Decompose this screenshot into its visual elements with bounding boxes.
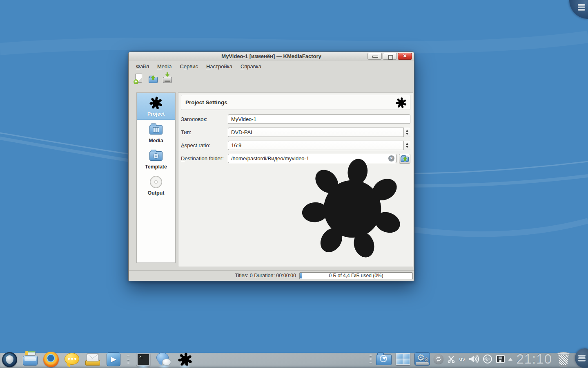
konsole-icon[interactable]: >_ xyxy=(136,352,151,367)
panel-header-title: Project Settings xyxy=(181,99,227,105)
pager-icon[interactable] xyxy=(395,351,411,367)
firefox-icon[interactable] xyxy=(43,352,59,367)
clear-text-icon[interactable]: ✕ xyxy=(388,155,394,162)
progress-text: 0 Б of 4,4 ГиБ used (0%) xyxy=(300,273,412,279)
system-settings-icon[interactable]: ⚙⚙ xyxy=(414,351,430,367)
browse-arrow-icon xyxy=(403,155,407,159)
browse-folder-button[interactable] xyxy=(399,154,410,164)
menu-media[interactable]: Media xyxy=(153,62,176,71)
aspect-ratio-label: Aspect ratio: xyxy=(181,142,228,148)
desktop: MyVideo-1 [изменён] — KMediaFactory Файл… xyxy=(0,0,588,368)
media-player-icon[interactable]: ▶ xyxy=(106,352,121,367)
menu-file[interactable]: Файл xyxy=(132,62,153,71)
title-input[interactable] xyxy=(228,114,410,124)
klipper-scissors-icon[interactable] xyxy=(447,355,455,363)
taskbar-panel: ▶ >_ ⚙⚙ xyxy=(0,353,588,368)
sidebar-item-project[interactable]: Project xyxy=(137,93,175,120)
new-project-button[interactable] xyxy=(134,73,144,84)
titles-duration-status: Titles: 0 Duration: 00:00:00 xyxy=(235,273,296,278)
menu-service[interactable]: Сервис xyxy=(176,62,202,71)
device-notifier-icon[interactable] xyxy=(496,355,505,363)
panel-separator xyxy=(127,355,130,364)
kmail-icon[interactable] xyxy=(85,352,100,367)
type-spinner[interactable] xyxy=(403,128,410,137)
panel-separator-right xyxy=(369,355,372,364)
kmediafactory-task-icon[interactable] xyxy=(177,352,193,367)
trash-icon[interactable] xyxy=(556,352,571,367)
digital-clock[interactable]: 21:10 xyxy=(516,351,552,367)
project-sun-icon xyxy=(137,96,175,110)
toolbar xyxy=(129,72,414,86)
plus-badge-icon xyxy=(134,79,138,84)
minimize-button[interactable] xyxy=(368,53,382,60)
project-settings-panel: Project Settings Заголовок: Тип: DVD-PAL xyxy=(178,92,413,267)
save-project-button[interactable] xyxy=(162,73,173,84)
tray-expand-arrow-icon[interactable] xyxy=(508,356,512,361)
volume-icon[interactable] xyxy=(468,355,479,364)
sidebar-item-template[interactable]: Template xyxy=(137,146,175,172)
window-titlebar[interactable]: MyVideo-1 [изменён] — KMediaFactory xyxy=(129,52,414,61)
aspect-ratio-combobox[interactable]: 16:9 xyxy=(228,141,410,150)
menu-help[interactable]: Справка xyxy=(236,62,265,71)
media-folder-icon xyxy=(137,123,175,137)
arrow-down-icon xyxy=(165,74,169,79)
statusbar: Titles: 0 Duration: 00:00:00 0 Б of 4,4 … xyxy=(129,270,414,280)
kmediafactory-window: MyVideo-1 [изменён] — KMediaFactory Файл… xyxy=(128,52,414,281)
template-folder-icon xyxy=(137,149,175,163)
type-combobox[interactable]: DVD-PAL xyxy=(228,128,410,137)
destination-folder-label: Destination folder: xyxy=(181,155,228,162)
panel-header: Project Settings xyxy=(181,95,410,110)
taskbar-launchers: ▶ >_ xyxy=(2,352,193,367)
kmediafactory-watermark-logo xyxy=(301,157,404,260)
file-manager-icon[interactable] xyxy=(22,352,38,367)
project-form: Заголовок: Тип: DVD-PAL Aspect ratio: 1 xyxy=(178,110,413,163)
panel-toolbox-top-icon[interactable] xyxy=(569,0,588,19)
title-label: Заголовок: xyxy=(181,116,228,122)
sidebar-item-media[interactable]: Media xyxy=(137,120,175,146)
toolbox-bars-icon xyxy=(578,354,586,362)
downloads-folder-icon[interactable] xyxy=(376,351,392,367)
keyboard-layout-indicator[interactable]: us xyxy=(459,356,465,362)
chat-bubble-icon[interactable] xyxy=(64,352,80,367)
messenger-icon[interactable] xyxy=(156,352,172,367)
menubar: Файл Media Сервис Настройка Справка xyxy=(129,61,414,72)
sidebar-item-output[interactable]: Output xyxy=(137,172,175,198)
sync-tray-icon[interactable] xyxy=(434,354,443,364)
aspect-spinner[interactable] xyxy=(403,141,410,150)
menu-settings[interactable]: Настройка xyxy=(202,62,236,71)
taskbar-system-area: ⚙⚙ us xyxy=(369,351,587,367)
header-sun-icon xyxy=(396,97,407,108)
usb-device-icon[interactable] xyxy=(483,354,492,364)
arrow-up-icon xyxy=(151,73,155,78)
page-sidebar: Project Media Template Output xyxy=(136,92,176,263)
destination-input[interactable] xyxy=(228,154,396,163)
open-project-button[interactable] xyxy=(148,73,158,84)
output-disc-icon xyxy=(137,175,175,189)
maximize-button[interactable] xyxy=(383,53,397,60)
disk-usage-progressbar: 0 Б of 4,4 ГиБ used (0%) xyxy=(299,272,413,279)
type-label: Тип: xyxy=(181,129,228,135)
app-launcher-icon[interactable] xyxy=(2,352,17,367)
close-button[interactable] xyxy=(398,53,412,60)
toolbox-bars-icon xyxy=(578,3,585,11)
